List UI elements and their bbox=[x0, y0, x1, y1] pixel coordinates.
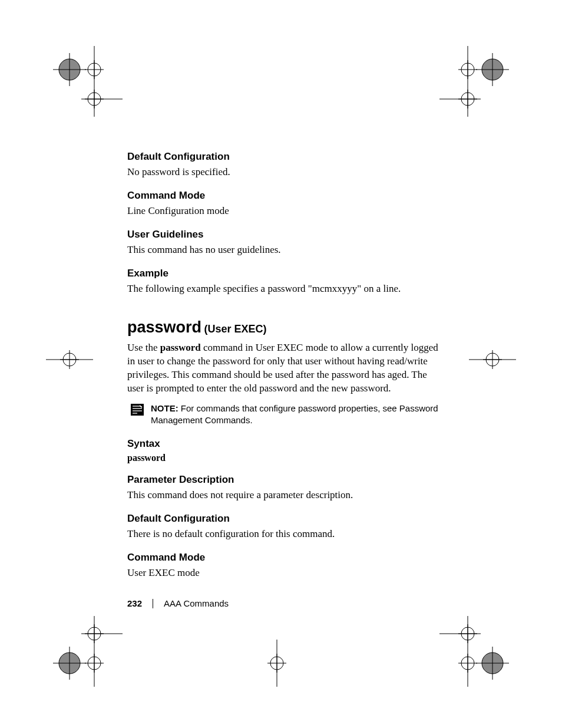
note-icon bbox=[131, 404, 144, 418]
body-text: This command has no user guidelines. bbox=[127, 243, 438, 257]
svg-point-52 bbox=[461, 627, 474, 640]
page-number: 232 bbox=[127, 598, 142, 608]
svg-point-13 bbox=[482, 59, 503, 80]
body-text: User EXEC mode bbox=[127, 566, 438, 580]
svg-point-49 bbox=[482, 653, 503, 674]
footer-divider bbox=[153, 599, 153, 608]
section-heading: Parameter Description bbox=[127, 474, 438, 486]
crop-mark-icon bbox=[46, 616, 123, 687]
command-context: (User EXEC) bbox=[204, 323, 267, 335]
section-heading: Default Configuration bbox=[127, 513, 438, 525]
command-title: password (User EXEC) bbox=[127, 318, 438, 337]
body-text: There is no default configuration for th… bbox=[127, 528, 438, 541]
svg-point-39 bbox=[88, 657, 101, 670]
svg-point-0 bbox=[59, 59, 80, 80]
svg-point-25 bbox=[63, 353, 76, 366]
svg-point-19 bbox=[461, 93, 474, 106]
body-text: No password is specified. bbox=[127, 166, 438, 179]
desc-pre: Use the bbox=[127, 342, 160, 353]
svg-point-36 bbox=[88, 627, 101, 640]
section-heading: Syntax bbox=[127, 438, 438, 450]
section-heading: Command Mode bbox=[127, 190, 438, 202]
svg-point-29 bbox=[486, 353, 499, 366]
section-heading: User Guidelines bbox=[127, 229, 438, 241]
body-text: This command does not require a paramete… bbox=[127, 489, 438, 502]
section-heading: Example bbox=[127, 268, 438, 279]
section-heading: Default Configuration bbox=[127, 151, 438, 163]
page-footer: 232 AAA Commands bbox=[127, 598, 229, 608]
svg-point-9 bbox=[88, 93, 101, 106]
command-description: Use the password command in User EXEC mo… bbox=[127, 341, 438, 396]
note-text: NOTE: For commands that configure passwo… bbox=[151, 403, 438, 427]
note-body: For commands that configure password pro… bbox=[151, 403, 438, 425]
footer-section: AAA Commands bbox=[164, 598, 229, 608]
content-area: Default Configuration No password is spe… bbox=[127, 151, 438, 591]
crop-mark-icon bbox=[469, 342, 516, 377]
syntax-word: password bbox=[127, 453, 438, 463]
page: Default Configuration No password is spe… bbox=[0, 0, 562, 728]
svg-point-33 bbox=[59, 653, 80, 674]
svg-point-45 bbox=[270, 657, 283, 670]
crop-mark-icon bbox=[46, 342, 93, 377]
svg-point-12 bbox=[482, 59, 503, 80]
body-text: The following example specifies a passwo… bbox=[127, 282, 438, 296]
svg-point-55 bbox=[461, 657, 474, 670]
crop-mark-icon bbox=[46, 46, 123, 117]
svg-rect-60 bbox=[131, 404, 144, 416]
crop-mark-icon bbox=[253, 640, 300, 687]
command-name: password bbox=[127, 318, 201, 336]
note-label: NOTE: bbox=[151, 403, 178, 413]
note-row: NOTE: For commands that configure passwo… bbox=[127, 403, 438, 427]
body-text: Line Configuration mode bbox=[127, 205, 438, 218]
section-heading: Command Mode bbox=[127, 552, 438, 564]
crop-mark-icon bbox=[439, 46, 516, 117]
desc-bold: password bbox=[160, 342, 201, 353]
svg-point-16 bbox=[461, 63, 474, 76]
crop-mark-icon bbox=[439, 616, 516, 687]
svg-point-1 bbox=[59, 59, 80, 80]
svg-point-6 bbox=[88, 63, 101, 76]
svg-point-48 bbox=[482, 653, 503, 674]
svg-point-32 bbox=[59, 653, 80, 674]
